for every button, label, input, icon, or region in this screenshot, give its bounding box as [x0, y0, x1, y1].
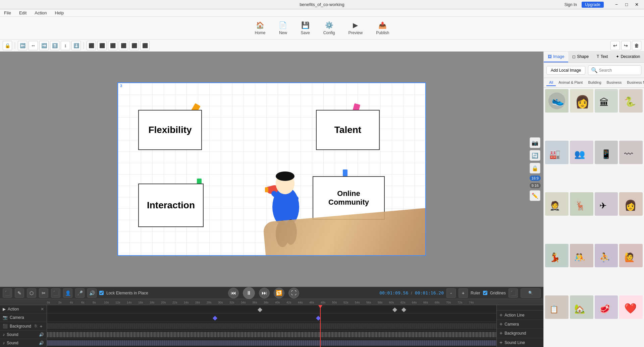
add-camera-btn[interactable]: + Camera [497, 320, 543, 329]
add-sound-line-btn[interactable]: + Sound Line [497, 338, 543, 347]
toolbar-save[interactable]: 💾 Save [294, 18, 316, 38]
pencil-btn[interactable]: ✏️ [530, 190, 540, 201]
toolbar-home[interactable]: 🏠 Home [248, 18, 272, 38]
toolbar-new[interactable]: 📄 New [272, 18, 294, 38]
track-content-sound-1[interactable] [47, 331, 496, 339]
minimize-button[interactable]: − [612, 0, 621, 9]
play-pause-btn[interactable]: ⏸ [243, 287, 255, 299]
ratio-9-16[interactable]: 9:16 [530, 183, 541, 188]
tab-decoration[interactable]: ✦ Decoration [612, 52, 644, 62]
distribute-bottom-btn[interactable]: ⬛ [140, 41, 150, 50]
tab-text[interactable]: T Text [593, 52, 612, 62]
toolbar-config[interactable]: ⚙️ Config [317, 18, 342, 38]
talent-box[interactable]: Talent [316, 110, 380, 150]
undo-btn[interactable]: ↩ [610, 41, 620, 50]
img-thumb-8[interactable]: 〰 [619, 141, 643, 164]
tl-tool-1[interactable]: ⬛ [3, 288, 12, 298]
interaction-box[interactable]: Interaction [138, 184, 204, 227]
cat-all[interactable]: All [546, 79, 556, 86]
cat-building[interactable]: Building [585, 79, 604, 86]
align-center-v-btn[interactable]: ↕ [61, 41, 70, 50]
lock-checkbox[interactable] [99, 291, 104, 295]
skip-forward-btn[interactable]: ⏭ [259, 288, 270, 298]
cat-business[interactable]: Business [604, 79, 625, 86]
loop-btn[interactable]: 🔁 [274, 288, 284, 298]
add-action-line-btn[interactable]: + Action Line [497, 310, 543, 320]
signin-button[interactable]: Sign In [565, 2, 577, 7]
img-thumb-7[interactable]: 📱 [595, 141, 618, 164]
toolbar-preview[interactable]: ▶ Preview [342, 18, 370, 38]
upgrade-button[interactable]: Upgrade [582, 2, 604, 8]
bg-add-btn[interactable]: + [40, 324, 43, 329]
menu-edit[interactable]: Edit [18, 10, 28, 16]
cat-business-n[interactable]: Business N. [624, 79, 644, 86]
track-content-action[interactable] [47, 305, 496, 313]
menu-file[interactable]: File [3, 10, 12, 16]
tl-tool-3[interactable]: ⬡ [27, 288, 36, 298]
align-left-btn[interactable]: ⬅️ [18, 41, 27, 50]
toolbar-publish[interactable]: 📤 Publish [369, 18, 396, 38]
search-input[interactable] [599, 68, 638, 73]
zoom-level[interactable]: 🔍 [521, 288, 541, 298]
zoom-in-btn[interactable]: + [459, 288, 468, 298]
ratio-16-9[interactable]: 16:9 [530, 176, 541, 181]
img-thumb-2[interactable]: 👩 [570, 89, 593, 113]
menu-help[interactable]: Help [54, 10, 65, 16]
close-button[interactable]: ✕ [632, 0, 641, 9]
align-top-btn[interactable]: ⬆️ [50, 41, 59, 50]
img-thumb-9[interactable]: 🤵 [545, 192, 569, 216]
img-thumb-18[interactable]: 🏡 [570, 295, 593, 319]
align-center-h-btn[interactable]: ↔ [29, 41, 38, 50]
camera-btn[interactable]: 📷 [530, 137, 540, 148]
img-thumb-11[interactable]: ✈ [595, 192, 618, 216]
playhead[interactable] [320, 305, 321, 347]
img-thumb-13[interactable]: 💃 [545, 244, 569, 267]
distribute-h-btn[interactable]: ⬛ [87, 41, 96, 50]
skip-back-btn[interactable]: ⏮ [228, 288, 239, 298]
fullscreen-btn[interactable]: ⛶ [288, 288, 299, 298]
menu-action[interactable]: Action [33, 10, 48, 16]
img-thumb-1[interactable]: 👟 [545, 89, 569, 113]
add-background-btn[interactable]: + Background [497, 329, 543, 338]
img-thumb-10[interactable]: 🦌 [570, 192, 593, 216]
tab-shape[interactable]: ◻ Shape [568, 52, 593, 62]
lock-btn[interactable]: 🔒 [530, 163, 540, 174]
track-content-background[interactable] [47, 322, 496, 330]
flexibility-box[interactable]: Flexibility [138, 110, 202, 150]
distribute-center-btn[interactable]: ⬛ [108, 41, 117, 50]
tl-tool-2[interactable]: ✎ [15, 288, 24, 298]
track-content-sound-2[interactable] [47, 339, 496, 347]
tab-image[interactable]: 🖼 Image [544, 52, 568, 62]
delete-btn[interactable]: 🗑 [632, 41, 641, 50]
img-thumb-6[interactable]: 👥 [570, 141, 593, 164]
img-thumb-16[interactable]: 🙋 [619, 244, 643, 267]
img-thumb-19[interactable]: 🥩 [595, 295, 618, 319]
align-bottom-btn[interactable]: ⬇️ [71, 41, 81, 50]
sound-2-vol[interactable]: 🔊 [39, 341, 44, 345]
img-thumb-5[interactable]: 🏭 [545, 141, 569, 164]
tl-tool-7[interactable]: 🎤 [75, 288, 85, 298]
img-thumb-12[interactable]: 👩 [619, 192, 643, 216]
img-thumb-20[interactable]: ❤️ [619, 295, 643, 319]
sound-1-vol[interactable]: 🔊 [39, 332, 44, 337]
tl-tool-8[interactable]: 🔊 [87, 288, 97, 298]
lock-button[interactable]: 🔒 [3, 41, 12, 50]
add-local-image-btn[interactable]: Add Local Image [546, 66, 585, 75]
img-thumb-14[interactable]: 🤼 [570, 244, 593, 267]
img-thumb-15[interactable]: ⛹ [595, 244, 618, 267]
img-thumb-4[interactable]: 🐍 [619, 89, 643, 113]
distribute-right-btn[interactable]: ⬛ [129, 41, 139, 50]
canvas[interactable]: 3 Flexibility Talent I [117, 82, 426, 256]
track-content-camera[interactable] [47, 314, 496, 322]
tl-tool-4[interactable]: ✂ [39, 288, 48, 298]
redo-btn[interactable]: ↪ [621, 41, 631, 50]
rotate-btn[interactable]: 🔄 [530, 150, 540, 161]
tl-settings-btn[interactable]: ⬛ [508, 288, 518, 298]
tl-tool-6[interactable]: 👤 [63, 288, 72, 298]
distribute-top-btn[interactable]: ⬛ [119, 41, 128, 50]
zoom-out-btn[interactable]: - [446, 288, 456, 298]
gridlines-checkbox[interactable] [483, 291, 487, 295]
cat-animal-plant[interactable]: Animal & Plant [556, 79, 585, 86]
img-thumb-3[interactable]: 🏛 [595, 89, 618, 113]
distribute-v-btn[interactable]: ⬛ [97, 41, 107, 50]
